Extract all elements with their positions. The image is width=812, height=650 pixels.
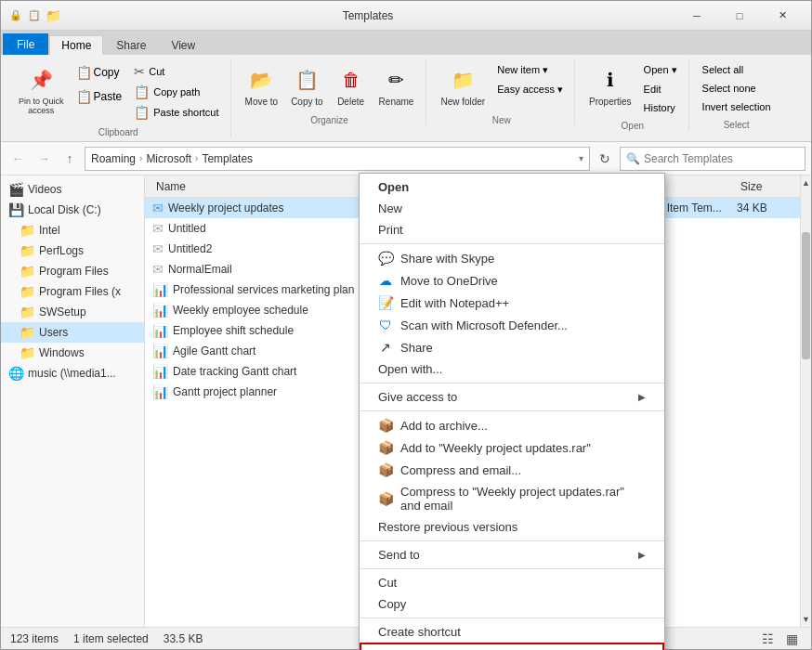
ctx-create-shortcut[interactable]: Create shortcut (360, 621, 664, 643)
path-templates: Templates (202, 152, 253, 165)
sidebar-item-program-files-x86[interactable]: 📁 Program Files (x (1, 281, 144, 302)
copy-button[interactable]: 📋 Copy (72, 62, 127, 83)
copy-to-icon: 📋 (292, 65, 321, 95)
sidebar-item-intel[interactable]: 📁 Intel (1, 220, 144, 240)
select-all-button[interactable]: Select all (699, 62, 775, 77)
copy-path-button[interactable]: 📋 Copy path (130, 83, 222, 101)
cut-button[interactable]: ✂ Cut (130, 62, 222, 81)
minimize-button[interactable]: ─ (675, 1, 718, 31)
ctx-restore-versions[interactable]: Restore previous versions (360, 516, 664, 538)
ctx-compress-email-label: Compress and email... (400, 463, 646, 477)
tab-home[interactable]: Home (49, 35, 103, 55)
search-input[interactable] (644, 152, 799, 165)
tab-file[interactable]: File (3, 33, 48, 55)
maximize-button[interactable]: □ (718, 1, 761, 31)
pin-to-quick-access-button[interactable]: 📌 Pin to Quickaccess (14, 62, 69, 118)
search-box[interactable]: 🔍 (620, 147, 805, 171)
open-label: Open ▾ (644, 64, 677, 76)
tab-view[interactable]: View (159, 35, 207, 55)
paste-button[interactable]: 📋 Paste (72, 86, 127, 107)
excel-icon: 📊 (152, 344, 168, 358)
ctx-open-with[interactable]: Open with... (360, 358, 664, 380)
archive-icon-4: 📦 (378, 491, 393, 506)
close-button[interactable]: ✕ (761, 1, 804, 31)
history-button[interactable]: History (640, 100, 681, 115)
sidebar-item-local-disk[interactable]: 💾 Local Disk (C:) (1, 200, 144, 220)
rename-button[interactable]: ✏ Rename (374, 62, 419, 110)
ctx-share-skype[interactable]: 💬 Share with Skype (360, 247, 664, 269)
easy-access-button[interactable]: Easy access ▾ (493, 82, 567, 98)
rename-icon: ✏ (382, 65, 412, 95)
select-none-button[interactable]: Select none (699, 81, 775, 96)
sidebar-item-swsetup[interactable]: 📁 SWSetup (1, 302, 144, 322)
clipboard-group-label: Clipboard (98, 125, 138, 137)
new-folder-button[interactable]: 📁 New folder (436, 62, 490, 110)
ctx-move-onedrive[interactable]: ☁ Move to OneDrive (360, 269, 664, 292)
ctx-scan-defender[interactable]: 🛡 Scan with Microsoft Defender... (360, 314, 664, 336)
defender-icon: 🛡 (378, 318, 393, 332)
ctx-copy[interactable]: Copy (360, 593, 664, 615)
sidebar-item-music-network[interactable]: 🌐 music (\\media1... (1, 363, 144, 384)
ctx-compress-rar-email[interactable]: 📦 Compress to "Weekly project updates.ra… (360, 481, 664, 516)
open-button[interactable]: Open ▾ (640, 62, 681, 78)
ctx-add-rar[interactable]: 📦 Add to "Weekly project updates.rar" (360, 436, 664, 459)
scrollbar-thumb[interactable] (802, 232, 810, 358)
ctx-compress-email[interactable]: 📦 Compress and email... (360, 459, 664, 481)
intel-folder-icon: 📁 (20, 223, 35, 238)
ctx-send-to[interactable]: Send to ▶ (360, 544, 664, 566)
sidebar-item-perflogs[interactable]: 📁 PerfLogs (1, 240, 144, 261)
videos-icon: 🎬 (8, 182, 24, 197)
ctx-print[interactable]: Print (360, 219, 664, 240)
outlook-item-icon: ✉ (152, 262, 164, 277)
sidebar-label-intel: Intel (39, 224, 60, 237)
address-path[interactable]: Roaming › Microsoft › Templates ▾ (85, 147, 590, 171)
network-icon: 🌐 (8, 366, 24, 381)
invert-selection-button[interactable]: Invert selection (699, 99, 775, 114)
select-none-label: Select none (702, 83, 756, 94)
file-name-text: Gantt project planner (173, 385, 277, 398)
properties-button[interactable]: ℹ Properties (584, 62, 636, 110)
ctx-open[interactable]: Open (360, 176, 664, 198)
ctx-new[interactable]: New (360, 198, 664, 219)
edit-button[interactable]: Edit (640, 82, 681, 97)
forward-button[interactable]: → (33, 148, 55, 170)
refresh-button[interactable]: ↻ (594, 148, 616, 170)
sidebar-item-windows[interactable]: 📁 Windows (1, 343, 144, 363)
details-view-button[interactable]: ☷ (757, 629, 778, 649)
swsetup-icon: 📁 (20, 305, 35, 319)
ctx-give-access[interactable]: Give access to ▶ (360, 386, 664, 408)
ctx-delete[interactable]: Delete (360, 643, 664, 650)
col-size[interactable]: Size (737, 180, 792, 193)
explorer-window: 🔒 📋 📁 Templates ─ □ ✕ File Home Share Vi… (0, 0, 812, 650)
paste-shortcut-button[interactable]: 📋 Paste shortcut (130, 103, 222, 122)
select-items: Select all Select none Invert selection (699, 58, 775, 118)
tab-share[interactable]: Share (104, 35, 158, 55)
file-name-text: Employee shift schedule (173, 324, 294, 337)
selected-size: 33.5 KB (164, 632, 203, 645)
copy-to-button[interactable]: 📋 Copy to (286, 62, 327, 110)
delete-button[interactable]: 🗑 Delete (332, 62, 371, 110)
file-name-text: Agile Gantt chart (173, 344, 255, 358)
move-to-button[interactable]: 📂 Move to (241, 62, 283, 110)
ctx-add-archive[interactable]: 📦 Add to archive... (360, 414, 664, 436)
ctx-add-archive-label: Add to archive... (400, 419, 646, 433)
copy-icon: 📋 (77, 65, 92, 80)
large-icon-view-button[interactable]: ▦ (781, 629, 802, 649)
scroll-up-button[interactable]: ▲ (802, 176, 810, 190)
ctx-share[interactable]: ↗ Share (360, 336, 664, 358)
share-icon: ↗ (378, 340, 393, 355)
up-button[interactable]: ↑ (59, 148, 81, 170)
right-scrollbar[interactable]: ▲ ▼ (800, 176, 811, 627)
pin-label: Pin to Quickaccess (19, 97, 64, 115)
cut-label: Cut (149, 66, 164, 77)
scroll-down-button[interactable]: ▼ (802, 612, 810, 627)
sidebar-item-videos[interactable]: 🎬 Videos (1, 179, 144, 200)
ctx-cut[interactable]: Cut (360, 572, 664, 593)
sidebar-label-music: music (\\media1... (28, 367, 116, 380)
ctx-edit-notepad[interactable]: 📝 Edit with Notepad++ (360, 292, 664, 314)
users-icon: 📁 (20, 325, 35, 340)
back-button[interactable]: ← (7, 148, 29, 170)
sidebar-item-program-files[interactable]: 📁 Program Files (1, 261, 144, 281)
new-item-button[interactable]: New item ▾ (493, 62, 567, 78)
sidebar-item-users[interactable]: 📁 Users (1, 322, 144, 343)
